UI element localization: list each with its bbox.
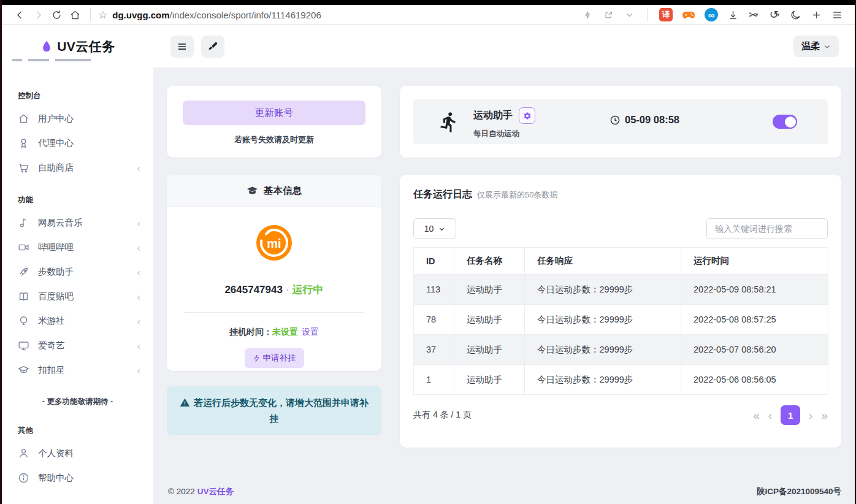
sidebar-item-profile[interactable]: 个人资料 (2, 441, 153, 465)
icp-license: 陕ICP备2021009540号 (757, 486, 841, 497)
chevron-left-icon (136, 342, 142, 349)
sidebar-item-koukouxing[interactable]: 扣扣星 (2, 357, 153, 382)
reapply-hangup-button[interactable]: 申请补挂 (245, 348, 304, 368)
reapply-label: 申请补挂 (263, 353, 296, 364)
divider (184, 312, 364, 313)
update-account-button[interactable]: 更新账号 (183, 101, 365, 125)
sidebar-item-label: 用户中心 (38, 113, 74, 124)
cell-runtime: 2022-05-09 08:58:21 (681, 275, 828, 305)
sidebar-item-label: 网易云音乐 (38, 217, 83, 229)
hangup-value: 未设置 (272, 327, 298, 337)
undo-icon[interactable]: ↺▾ (765, 7, 784, 23)
logo-text: UV云任务 (57, 38, 115, 55)
toolbar-divider (647, 9, 648, 21)
sidebar-item-help-center[interactable]: 帮助中心 (2, 465, 153, 490)
task-log-card: 任务运行日志 仅展示最新的50条数据 10 ID 任务名称 任务响应 运行时间 (400, 175, 841, 448)
account-update-card: 更新账号 若账号失效请及时更新 (167, 86, 381, 158)
chevron-left-icon (136, 269, 142, 275)
cell-id: 113 (414, 275, 454, 305)
prev-page-button[interactable]: ‹ (768, 410, 772, 421)
sidebar-item-label: 爱奇艺 (38, 340, 65, 351)
col-header-task-name: 任务名称 (454, 248, 525, 275)
select-caret-icon (438, 226, 445, 232)
download-icon[interactable] (724, 7, 742, 23)
log-title: 任务运行日志 (413, 188, 472, 201)
page-size-select[interactable]: 10 (413, 218, 456, 239)
hangup-time-line: 挂机时间：未设置设置 (167, 327, 381, 338)
log-search-input[interactable] (706, 218, 828, 239)
account-id: 2645747943 (224, 284, 283, 296)
graduation-cap-icon (246, 185, 258, 197)
gamepad-extension-icon[interactable] (681, 7, 696, 22)
cell-id: 78 (414, 305, 454, 335)
hangup-set-link[interactable]: 设置 (302, 327, 319, 337)
cell-response: 今日运动步数：29999步 (525, 275, 681, 305)
task-settings-button[interactable] (519, 107, 535, 124)
app-logo[interactable]: UV云任务 (2, 38, 153, 55)
info-circle-icon (18, 472, 29, 484)
cell-task-name: 运动助手 (454, 335, 525, 365)
user-profile-dropdown[interactable]: 温柔 (793, 36, 839, 57)
share-icon[interactable] (599, 7, 617, 23)
new-tab-plus-icon[interactable] (807, 7, 825, 23)
first-page-button[interactable]: « (753, 410, 760, 421)
chevron-down-icon[interactable] (620, 7, 638, 23)
forward-icon[interactable] (29, 7, 47, 23)
window-frame-top (0, 0, 856, 5)
table-row: 113 运动助手 今日运动步数：29999步 2022-05-09 08:58:… (414, 275, 828, 305)
copyright-year: © 2022 (168, 487, 195, 496)
sidebar-item-label: 自助商店 (38, 162, 74, 174)
toggle-knob (785, 116, 796, 128)
copyright: © 2022UV云任务 (168, 486, 234, 497)
task-row: 运动助手 每日自动运动 05-09 08:58 (413, 99, 828, 144)
sidebar-item-label: 扣扣星 (38, 364, 65, 376)
hangup-label: 挂机时间： (229, 327, 272, 337)
sidebar-item-baidu-tieba[interactable]: 百度贴吧 (2, 284, 153, 308)
next-page-button[interactable]: › (809, 410, 812, 421)
home-icon[interactable] (66, 7, 84, 23)
task-log-table: ID 任务名称 任务响应 运行时间 113 运动助手 今日运动步数：29999步… (413, 247, 828, 395)
refresh-icon[interactable] (47, 7, 66, 23)
chevron-left-icon (136, 220, 142, 226)
music-note-icon (18, 217, 29, 229)
pagination-total: 共有 4 条 / 1 页 (413, 410, 472, 421)
footer-brand-link[interactable]: UV云任务 (197, 487, 234, 496)
sidebar-item-user-center[interactable]: 用户中心 (2, 106, 153, 131)
sidebar-item-shop[interactable]: 自助商店 (2, 155, 153, 180)
sidebar-item-agent-center[interactable]: 代理中心 (2, 131, 153, 155)
dark-mode-moon-icon[interactable] (786, 7, 804, 23)
more-features-note: - 更多功能敬请期待 - (2, 395, 153, 408)
sidebar-item-iqiyi[interactable]: 爱奇艺 (2, 333, 153, 357)
flash-icon[interactable] (578, 7, 597, 23)
translate-extension-icon[interactable]: 译 (659, 8, 673, 21)
profile-caret-icon (824, 43, 831, 50)
browser-menu-icon[interactable] (828, 7, 846, 23)
sidebar-item-bilibili[interactable]: 哔哩哔哩 (2, 235, 153, 259)
address-bar[interactable]: dg.uvgg.com/index/console/sport/info/111… (112, 10, 321, 20)
col-header-id: ID (414, 248, 454, 275)
clip-icon[interactable]: ✂▾ (744, 7, 763, 23)
task-enabled-toggle[interactable] (773, 115, 797, 129)
browser-toolbar: ☆ dg.uvgg.com/index/console/sport/info/1… (2, 5, 855, 25)
table-row: 37 运动助手 今日运动步数：29999步 2022-05-07 08:56:2… (414, 335, 828, 365)
sidebar-section-console: 控制台 (2, 90, 153, 102)
back-icon[interactable] (10, 7, 29, 23)
sidebar-item-netease-music[interactable]: 网易云音乐 (2, 210, 153, 235)
undo-menu-caret: ▾ (777, 12, 780, 18)
chevron-left-icon (136, 293, 142, 300)
chevron-left-icon (136, 164, 142, 171)
collapse-menu-button[interactable] (170, 36, 194, 58)
cart-icon (18, 162, 29, 174)
bookmark-star-icon[interactable]: ☆ (98, 9, 107, 21)
sidebar-item-miyoushe[interactable]: 米游社 (2, 308, 153, 333)
app-header: UV云任务 温柔 (2, 25, 855, 67)
sidebar-item-steps-helper[interactable]: 步数助手 (2, 259, 153, 284)
current-page-button[interactable]: 1 (781, 405, 800, 425)
sidebar-item-label: 百度贴吧 (38, 291, 74, 302)
task-title: 运动助手 (473, 109, 513, 122)
account-update-hint: 若账号失效请及时更新 (183, 134, 365, 145)
infinity-extension-icon[interactable]: ∞ (705, 8, 718, 21)
last-page-button[interactable]: » (821, 410, 828, 421)
clipped-sidebar-item (12, 59, 91, 61)
theme-brush-button[interactable] (201, 36, 224, 58)
